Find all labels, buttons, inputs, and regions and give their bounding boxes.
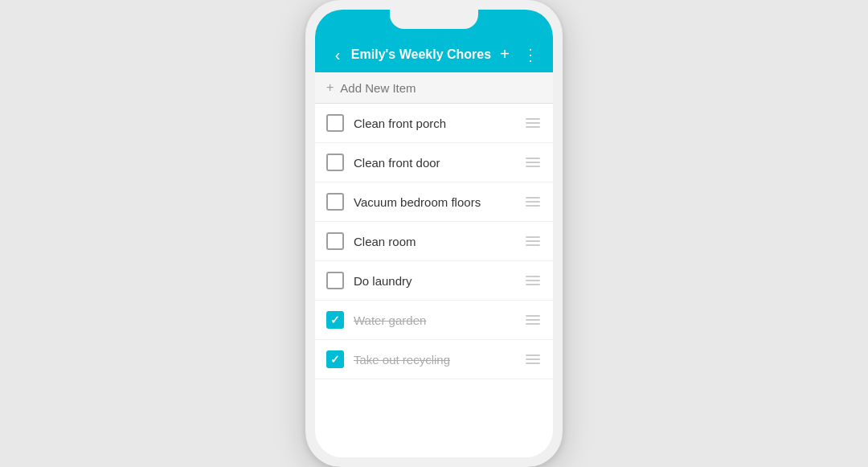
- header-actions: + ⋮: [493, 45, 542, 64]
- add-button[interactable]: +: [493, 45, 516, 64]
- chore-label-7: Take out recycling: [354, 353, 514, 367]
- chore-label-3: Vacuum bedroom floors: [354, 195, 514, 209]
- checkbox-item-4[interactable]: [326, 232, 344, 250]
- checkbox-item-7[interactable]: [326, 350, 344, 368]
- header-title: Emily's Weekly Chores: [349, 47, 493, 62]
- phone-screen: ‹ Emily's Weekly Chores + ⋮ + Clean fron…: [315, 10, 553, 457]
- list-item: Vacuum bedroom floors: [315, 182, 553, 222]
- drag-handle-7[interactable]: [524, 353, 542, 366]
- add-item-plus-icon: +: [326, 80, 334, 95]
- list-item: Take out recycling: [315, 340, 553, 379]
- chore-label-2: Clean front door: [354, 156, 514, 170]
- drag-handle-2[interactable]: [524, 156, 542, 169]
- list-item: Clean room: [315, 222, 553, 261]
- checkbox-item-5[interactable]: [326, 272, 344, 289]
- list-item: Water garden: [315, 301, 553, 340]
- checkbox-item-2[interactable]: [326, 154, 344, 171]
- chore-label-1: Clean front porch: [354, 117, 514, 130]
- drag-handle-3[interactable]: [524, 195, 542, 208]
- chore-label-5: Do laundry: [354, 274, 514, 288]
- drag-handle-6[interactable]: [524, 313, 542, 326]
- chore-label-6: Water garden: [354, 313, 514, 327]
- add-item-row[interactable]: +: [315, 72, 553, 104]
- back-button[interactable]: ‹: [326, 46, 349, 64]
- add-item-input[interactable]: [340, 81, 542, 95]
- list-item: Do laundry: [315, 261, 553, 301]
- phone-frame: ‹ Emily's Weekly Chores + ⋮ + Clean fron…: [305, 0, 563, 467]
- more-button[interactable]: ⋮: [519, 45, 542, 64]
- checkbox-item-3[interactable]: [326, 193, 344, 211]
- notch: [390, 10, 478, 29]
- list-item: Clean front door: [315, 143, 553, 182]
- chore-label-4: Clean room: [354, 235, 514, 248]
- drag-handle-4[interactable]: [524, 235, 542, 248]
- checkbox-item-6[interactable]: [326, 311, 344, 329]
- notch-area: [315, 10, 553, 37]
- app-header: ‹ Emily's Weekly Chores + ⋮: [315, 37, 553, 72]
- checkbox-item-1[interactable]: [326, 114, 344, 132]
- chores-list: Clean front porchClean front doorVacuum …: [315, 104, 553, 457]
- list-item: Clean front porch: [315, 104, 553, 143]
- drag-handle-1[interactable]: [524, 117, 542, 129]
- drag-handle-5[interactable]: [524, 274, 542, 287]
